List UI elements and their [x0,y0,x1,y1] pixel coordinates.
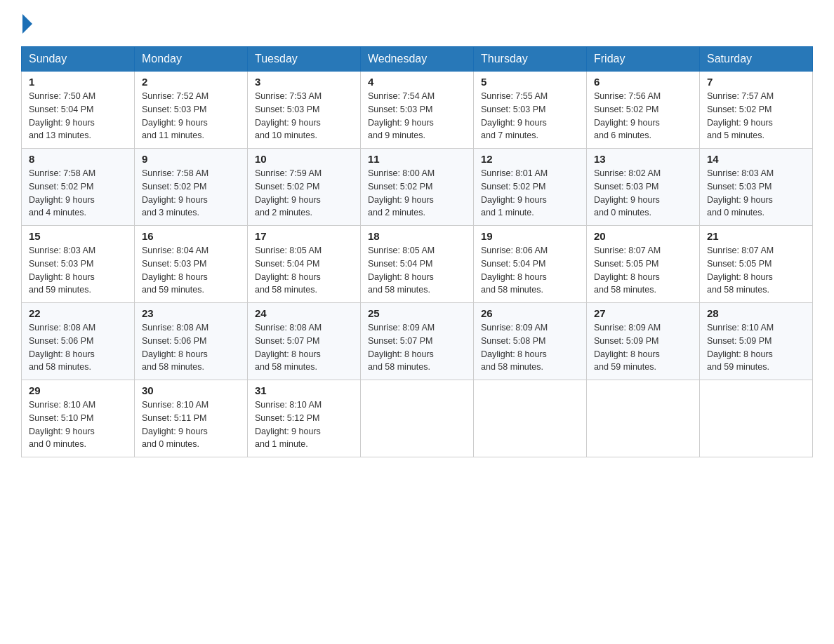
day-number: 30 [142,384,240,396]
calendar-cell: 9Sunrise: 7:58 AMSunset: 5:02 PMDaylight… [135,149,248,226]
header [21,14,813,34]
calendar-cell: 2Sunrise: 7:52 AMSunset: 5:03 PMDaylight… [135,72,248,149]
day-info: Sunrise: 8:02 AMSunset: 5:03 PMDaylight:… [594,167,692,220]
day-number: 23 [142,307,240,319]
logo-arrow-icon [22,14,32,34]
calendar-header-monday: Monday [135,47,248,72]
calendar-cell: 29Sunrise: 8:10 AMSunset: 5:10 PMDayligh… [22,380,135,457]
calendar-week-row: 8Sunrise: 7:58 AMSunset: 5:02 PMDaylight… [22,149,813,226]
calendar-cell [587,380,700,457]
day-info: Sunrise: 8:01 AMSunset: 5:02 PMDaylight:… [481,167,579,220]
day-info: Sunrise: 8:05 AMSunset: 5:04 PMDaylight:… [255,244,353,297]
day-number: 10 [255,153,353,165]
day-number: 29 [29,384,127,396]
day-number: 21 [707,230,805,242]
calendar-cell: 27Sunrise: 8:09 AMSunset: 5:09 PMDayligh… [587,303,700,380]
calendar-cell: 12Sunrise: 8:01 AMSunset: 5:02 PMDayligh… [474,149,587,226]
day-number: 12 [481,153,579,165]
calendar-cell: 22Sunrise: 8:08 AMSunset: 5:06 PMDayligh… [22,303,135,380]
calendar-cell: 8Sunrise: 7:58 AMSunset: 5:02 PMDaylight… [22,149,135,226]
day-number: 19 [481,230,579,242]
day-info: Sunrise: 8:08 AMSunset: 5:07 PMDaylight:… [255,321,353,374]
day-info: Sunrise: 8:08 AMSunset: 5:06 PMDaylight:… [142,321,240,374]
day-info: Sunrise: 8:05 AMSunset: 5:04 PMDaylight:… [368,244,466,297]
calendar-cell: 11Sunrise: 8:00 AMSunset: 5:02 PMDayligh… [361,149,474,226]
calendar-header-row: SundayMondayTuesdayWednesdayThursdayFrid… [22,47,813,72]
calendar-cell: 23Sunrise: 8:08 AMSunset: 5:06 PMDayligh… [135,303,248,380]
day-info: Sunrise: 8:06 AMSunset: 5:04 PMDaylight:… [481,244,579,297]
calendar-week-row: 1Sunrise: 7:50 AMSunset: 5:04 PMDaylight… [22,72,813,149]
day-info: Sunrise: 8:09 AMSunset: 5:07 PMDaylight:… [368,321,466,374]
calendar-cell: 31Sunrise: 8:10 AMSunset: 5:12 PMDayligh… [248,380,361,457]
calendar-cell [361,380,474,457]
day-number: 4 [368,76,466,88]
day-number: 20 [594,230,692,242]
calendar-cell: 7Sunrise: 7:57 AMSunset: 5:02 PMDaylight… [700,72,813,149]
day-number: 6 [594,76,692,88]
calendar-header-thursday: Thursday [474,47,587,72]
calendar-cell [474,380,587,457]
day-number: 16 [142,230,240,242]
calendar-cell: 13Sunrise: 8:02 AMSunset: 5:03 PMDayligh… [587,149,700,226]
calendar-cell: 15Sunrise: 8:03 AMSunset: 5:03 PMDayligh… [22,226,135,303]
calendar-cell: 17Sunrise: 8:05 AMSunset: 5:04 PMDayligh… [248,226,361,303]
day-info: Sunrise: 7:55 AMSunset: 5:03 PMDaylight:… [481,90,579,142]
day-info: Sunrise: 7:50 AMSunset: 5:04 PMDaylight:… [29,90,127,142]
calendar-header-tuesday: Tuesday [248,47,361,72]
day-info: Sunrise: 7:53 AMSunset: 5:03 PMDaylight:… [255,90,353,142]
day-number: 7 [707,76,805,88]
calendar-header-saturday: Saturday [700,47,813,72]
day-number: 8 [29,153,127,165]
day-number: 22 [29,307,127,319]
day-info: Sunrise: 8:03 AMSunset: 5:03 PMDaylight:… [29,244,127,297]
calendar-cell: 28Sunrise: 8:10 AMSunset: 5:09 PMDayligh… [700,303,813,380]
calendar-cell: 18Sunrise: 8:05 AMSunset: 5:04 PMDayligh… [361,226,474,303]
day-number: 11 [368,153,466,165]
day-number: 24 [255,307,353,319]
calendar-week-row: 15Sunrise: 8:03 AMSunset: 5:03 PMDayligh… [22,226,813,303]
day-info: Sunrise: 8:07 AMSunset: 5:05 PMDaylight:… [707,244,805,297]
calendar-cell: 16Sunrise: 8:04 AMSunset: 5:03 PMDayligh… [135,226,248,303]
calendar-cell: 6Sunrise: 7:56 AMSunset: 5:02 PMDaylight… [587,72,700,149]
calendar-header-friday: Friday [587,47,700,72]
day-info: Sunrise: 8:10 AMSunset: 5:11 PMDaylight:… [142,398,240,451]
day-number: 9 [142,153,240,165]
day-number: 28 [707,307,805,319]
calendar-cell: 10Sunrise: 7:59 AMSunset: 5:02 PMDayligh… [248,149,361,226]
day-info: Sunrise: 8:09 AMSunset: 5:08 PMDaylight:… [481,321,579,374]
day-info: Sunrise: 8:07 AMSunset: 5:05 PMDaylight:… [594,244,692,297]
calendar-cell: 20Sunrise: 8:07 AMSunset: 5:05 PMDayligh… [587,226,700,303]
calendar-cell: 26Sunrise: 8:09 AMSunset: 5:08 PMDayligh… [474,303,587,380]
day-number: 13 [594,153,692,165]
day-info: Sunrise: 8:09 AMSunset: 5:09 PMDaylight:… [594,321,692,374]
day-number: 17 [255,230,353,242]
day-number: 15 [29,230,127,242]
day-info: Sunrise: 7:59 AMSunset: 5:02 PMDaylight:… [255,167,353,220]
day-info: Sunrise: 8:00 AMSunset: 5:02 PMDaylight:… [368,167,466,220]
calendar-cell: 21Sunrise: 8:07 AMSunset: 5:05 PMDayligh… [700,226,813,303]
calendar-cell: 24Sunrise: 8:08 AMSunset: 5:07 PMDayligh… [248,303,361,380]
day-number: 26 [481,307,579,319]
calendar-cell: 30Sunrise: 8:10 AMSunset: 5:11 PMDayligh… [135,380,248,457]
day-info: Sunrise: 7:57 AMSunset: 5:02 PMDaylight:… [707,90,805,142]
calendar-cell: 5Sunrise: 7:55 AMSunset: 5:03 PMDaylight… [474,72,587,149]
day-number: 14 [707,153,805,165]
day-number: 1 [29,76,127,88]
calendar-cell: 25Sunrise: 8:09 AMSunset: 5:07 PMDayligh… [361,303,474,380]
calendar-cell: 14Sunrise: 8:03 AMSunset: 5:03 PMDayligh… [700,149,813,226]
day-info: Sunrise: 7:56 AMSunset: 5:02 PMDaylight:… [594,90,692,142]
day-info: Sunrise: 7:52 AMSunset: 5:03 PMDaylight:… [142,90,240,142]
day-number: 27 [594,307,692,319]
day-number: 18 [368,230,466,242]
calendar-week-row: 29Sunrise: 8:10 AMSunset: 5:10 PMDayligh… [22,380,813,457]
day-info: Sunrise: 8:04 AMSunset: 5:03 PMDaylight:… [142,244,240,297]
day-info: Sunrise: 8:03 AMSunset: 5:03 PMDaylight:… [707,167,805,220]
logo [21,14,32,34]
day-number: 2 [142,76,240,88]
day-info: Sunrise: 7:58 AMSunset: 5:02 PMDaylight:… [142,167,240,220]
day-number: 5 [481,76,579,88]
day-number: 25 [368,307,466,319]
day-info: Sunrise: 8:10 AMSunset: 5:10 PMDaylight:… [29,398,127,451]
day-info: Sunrise: 8:08 AMSunset: 5:06 PMDaylight:… [29,321,127,374]
calendar-table: SundayMondayTuesdayWednesdayThursdayFrid… [21,46,813,457]
